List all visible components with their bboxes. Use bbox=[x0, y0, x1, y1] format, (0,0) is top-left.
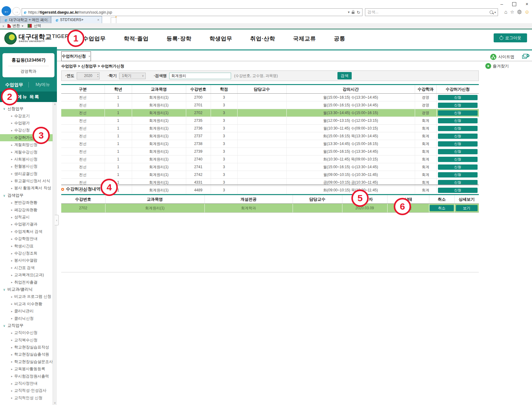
new-tab-button[interactable] bbox=[111, 17, 116, 23]
sidebar-item[interactable]: ▸사회봉사신청 bbox=[0, 156, 53, 163]
select-button[interactable]: 선택 bbox=[34, 23, 41, 28]
tab-close-icon[interactable]: × bbox=[95, 18, 99, 22]
course-row[interactable]: 전선1회계원리(1)27003월(15:00~16:15) 수(13:30~14… bbox=[61, 94, 479, 101]
gear-icon[interactable] bbox=[517, 10, 522, 14]
nav-item[interactable]: 취업·산학 bbox=[250, 35, 275, 42]
course-row[interactable]: 전선1회계원리(1)27013월(15:00~16:15) 수(13:30~14… bbox=[61, 101, 479, 109]
nav-item[interactable]: 국제교류 bbox=[293, 35, 316, 42]
sidebar-item[interactable]: ▸생리공결신청 bbox=[0, 170, 53, 177]
apply-button[interactable]: 신청 bbox=[438, 118, 478, 123]
home-icon[interactable]: ⌂ bbox=[504, 9, 508, 15]
apply-button[interactable]: 신청 bbox=[438, 95, 478, 100]
convert-button[interactable]: 변환 bbox=[13, 23, 20, 28]
address-bar[interactable]: e https://tigersstd.daegu.ac.kr/nxrun/ss… bbox=[22, 8, 363, 16]
sidebar-item[interactable]: ▸봉사 활동계획서 작성 bbox=[0, 185, 53, 192]
sidebar-item[interactable]: ▸취업전자출결 bbox=[0, 279, 53, 286]
menu-group[interactable]: ∨신청업무 bbox=[0, 105, 53, 112]
url-dropdown-icon[interactable]: ▾ bbox=[348, 10, 350, 14]
smiley-icon[interactable]: ☺ bbox=[525, 9, 530, 15]
apply-button[interactable]: 신청 bbox=[438, 172, 478, 177]
apply-button[interactable]: 신청 bbox=[438, 110, 478, 116]
nav-item[interactable]: 수업업무 bbox=[83, 35, 106, 42]
sidebar-item[interactable]: ▸비교과 이수현황 bbox=[0, 301, 53, 308]
sidebar-item[interactable]: ▸분반강좌현황 bbox=[0, 199, 53, 206]
sidebar-item[interactable]: ▸교육봉사활동등록 bbox=[0, 365, 53, 373]
sidebar-item[interactable]: ▸수강학점안내 bbox=[0, 235, 53, 242]
menu-group[interactable]: ∨검색업무 bbox=[0, 192, 53, 199]
refresh-icon[interactable]: ↻ bbox=[357, 10, 360, 15]
sidebar-item[interactable]: ▸교직적성·인성검사 bbox=[0, 387, 53, 394]
sidebar-item[interactable]: ▸교직이수신청 bbox=[0, 329, 53, 336]
content-tab-close-icon[interactable]: × bbox=[88, 54, 90, 58]
course-row[interactable]: 전선1회계원리(1)27393월(15:00~16:15) 수(13:30~14… bbox=[61, 148, 479, 156]
sidebar-item[interactable]: ▸학교현장실습출석원 bbox=[0, 351, 53, 358]
sidebar-item[interactable]: ▸수강신청조회 bbox=[0, 250, 53, 257]
sidebar-item[interactable]: ▸유고결석신청서 서식 bbox=[0, 177, 53, 185]
scroll-down-icon[interactable]: ∨ bbox=[53, 401, 57, 404]
sidebar-tab-mymenu[interactable]: My메뉴 bbox=[29, 82, 57, 87]
nav-item[interactable]: 공통 bbox=[334, 35, 345, 42]
apply-button[interactable]: 신청 bbox=[438, 180, 478, 185]
apply-button[interactable]: 신청 bbox=[438, 157, 478, 162]
apply-button[interactable]: 신청 bbox=[438, 134, 478, 139]
search-icon[interactable] bbox=[490, 11, 493, 14]
course-row[interactable]: 전선1회계원리(1)27363월(10:30~11:45) 수(09:00~10… bbox=[61, 125, 479, 132]
convert-dropdown-icon[interactable]: ▾ bbox=[22, 24, 24, 28]
sidebar-item[interactable]: ▸수업계획서 검색 bbox=[0, 228, 53, 235]
sidebar-item[interactable]: ▸교직복수신청 bbox=[0, 337, 53, 344]
university-logo[interactable] bbox=[4, 32, 17, 45]
history-row[interactable]: 2702회계원리(1)회계학과2020.03.09신청취소보기 bbox=[61, 204, 479, 213]
sidebar-item[interactable]: ▸헌혈봉사신청 bbox=[0, 163, 53, 170]
minimize-icon[interactable]: – bbox=[500, 1, 503, 7]
search-button[interactable]: 검색 bbox=[337, 72, 352, 79]
search-dropdown-icon[interactable]: ▾ bbox=[494, 11, 496, 14]
course-row[interactable]: 전선1회계원리(1)27413월(15:00~16:15) 수(13:30~14… bbox=[61, 163, 479, 171]
content-tab[interactable]: 수업허가신청 × bbox=[61, 51, 91, 61]
course-row[interactable]: 전선1회계원리(1)44893화(09:00~10:15) 목(10:30~11… bbox=[61, 186, 479, 194]
sidebar-item[interactable]: ▸클리닉신청 bbox=[0, 315, 53, 322]
scroll-up-icon[interactable]: ∧ bbox=[53, 103, 57, 106]
course-row[interactable]: 전선1회계원리(1)27023월(13:30~14:45) 수(15:00~16… bbox=[61, 109, 479, 117]
keyword-input[interactable] bbox=[169, 73, 231, 79]
sidebar-tab-lecture[interactable]: 수업업무 bbox=[0, 82, 28, 88]
sidebar-item[interactable]: ▸시간표 검색 bbox=[0, 264, 53, 271]
nav-item[interactable]: 학적·졸업 bbox=[124, 35, 149, 42]
apply-button[interactable]: 신청 bbox=[438, 126, 478, 131]
apply-button[interactable]: 신청 bbox=[438, 164, 478, 170]
year-spinner[interactable]: 2020 ▴▾ bbox=[77, 72, 100, 79]
cancel-button[interactable]: 취소 bbox=[430, 205, 454, 211]
spinner-down-icon[interactable]: ▾ bbox=[97, 75, 99, 78]
forward-button[interactable]: → bbox=[12, 7, 21, 15]
sidebar-item[interactable]: ▸계절수강신청 bbox=[0, 148, 53, 156]
browser-search-box[interactable]: 검색... ▾ bbox=[365, 8, 498, 16]
sidebar-item[interactable]: ▸학생시간표 bbox=[0, 242, 53, 249]
sidebar-item[interactable]: ▸성적공시 bbox=[0, 214, 53, 221]
sidebar-scrollbar[interactable]: ∧ ∨ bbox=[53, 102, 57, 405]
term-select[interactable]: 1학기 ∨ bbox=[119, 73, 146, 79]
favorites-icon[interactable]: ☆ bbox=[510, 9, 514, 15]
maximize-icon[interactable] bbox=[512, 2, 516, 6]
menu-group[interactable]: ∨비교과/클리닉 bbox=[0, 286, 53, 293]
sidebar-item[interactable]: ▸수업평가결과 bbox=[0, 221, 53, 228]
course-row[interactable]: 전선1회계원리(1)27403화(10:30~11:45) 목(09:00~10… bbox=[61, 156, 479, 163]
back-button[interactable]: ← bbox=[2, 6, 11, 16]
sidebar-item[interactable]: ▸비교과 프로그램 신청 bbox=[0, 293, 53, 300]
close-all-windows-button[interactable] bbox=[522, 54, 530, 59]
sidebar-item[interactable]: ▸교직적인성 신청 bbox=[0, 394, 53, 402]
course-row[interactable]: 전선1회계원리(1)27423월(09:00~10:15) 수(10:30~11… bbox=[61, 171, 479, 179]
toolbar-close-icon[interactable]: x bbox=[2, 24, 4, 28]
browser-tab[interactable]: eSTDTIGERS+× bbox=[51, 16, 102, 23]
sidebar-item[interactable]: ▸클리닉관리 bbox=[0, 308, 53, 315]
apply-button[interactable]: 신청 bbox=[438, 188, 478, 193]
apply-button[interactable]: 신청 bbox=[438, 141, 478, 147]
sidebar-item[interactable]: ▸학교현장실습표작성 bbox=[0, 344, 53, 351]
favorite-link[interactable]: ★ 즐겨찾기 bbox=[485, 63, 509, 69]
sidebar-collapse-handle[interactable]: ‹ bbox=[55, 215, 59, 225]
sidebar-item[interactable]: ▸봉사이수열람 bbox=[0, 257, 53, 264]
logout-button[interactable]: 로그아웃 bbox=[494, 33, 527, 42]
sidebar-item[interactable]: ▸교직사정안내 bbox=[0, 380, 53, 387]
close-icon[interactable]: × bbox=[526, 1, 528, 7]
apply-button[interactable]: 신청 bbox=[438, 149, 478, 154]
menu-group[interactable]: ∨교직업무 bbox=[0, 322, 53, 329]
sidebar-item[interactable]: ▸폐강강좌현황 bbox=[0, 206, 53, 213]
